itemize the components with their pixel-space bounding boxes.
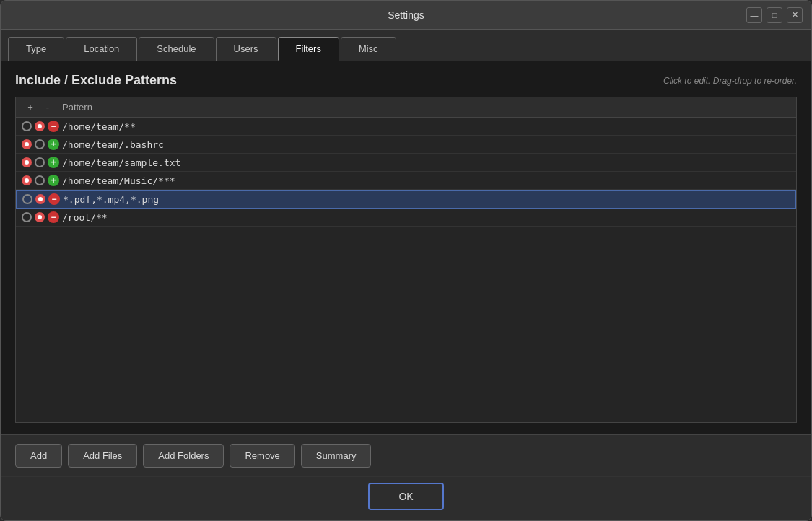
radio-include[interactable] bbox=[22, 139, 32, 149]
action-buttons: Add Add Files Add Folders Remove Summary bbox=[1, 434, 811, 476]
add-button[interactable]: Add bbox=[15, 444, 62, 468]
radio-exclude[interactable] bbox=[35, 175, 45, 185]
tab-location[interactable]: Location bbox=[66, 37, 137, 61]
pattern-text: /home/team/** bbox=[62, 121, 136, 132]
ok-bar: OK bbox=[1, 476, 811, 520]
radio-exclude[interactable] bbox=[35, 194, 45, 204]
pattern-row[interactable]: −/root/** bbox=[16, 209, 796, 227]
pattern-text: /home/team/sample.txt bbox=[62, 157, 180, 168]
pattern-text: /home/team/Music/*** bbox=[62, 175, 175, 186]
close-button[interactable]: ✕ bbox=[787, 7, 803, 23]
section-title: Include / Exclude Patterns bbox=[15, 73, 177, 88]
radio-include[interactable] bbox=[22, 157, 32, 167]
patterns-table[interactable]: + - Pattern −/home/team/**+/home/team/.b… bbox=[15, 97, 797, 423]
col-plus-header: + bbox=[22, 102, 39, 113]
radio-exclude[interactable] bbox=[35, 157, 45, 167]
minimize-button[interactable]: — bbox=[746, 7, 762, 23]
radio-include[interactable] bbox=[22, 212, 32, 222]
radio-include[interactable] bbox=[22, 194, 32, 204]
col-pattern-header: Pattern bbox=[56, 102, 790, 113]
radio-include[interactable] bbox=[22, 175, 32, 185]
pattern-row[interactable]: +/home/team/.bashrc bbox=[16, 136, 796, 154]
tab-filters[interactable]: Filters bbox=[278, 37, 339, 61]
tabs-bar: TypeLocationScheduleUsersFiltersMisc bbox=[1, 30, 811, 61]
section-header: Include / Exclude Patterns Click to edit… bbox=[15, 73, 797, 88]
exclude-icon: − bbox=[48, 211, 59, 223]
include-icon: + bbox=[48, 157, 59, 168]
titlebar: Settings — □ ✕ bbox=[1, 1, 811, 30]
include-icon: + bbox=[48, 139, 59, 150]
table-header: + - Pattern bbox=[16, 97, 796, 118]
window-controls: — □ ✕ bbox=[746, 7, 803, 23]
hint-text: Click to edit. Drag-drop to re-order. bbox=[663, 76, 797, 86]
exclude-icon: − bbox=[48, 121, 59, 132]
radio-exclude[interactable] bbox=[35, 212, 45, 222]
window-title: Settings bbox=[388, 9, 424, 21]
pattern-row[interactable]: −/home/team/** bbox=[16, 118, 796, 136]
pattern-row[interactable]: +/home/team/Music/*** bbox=[16, 172, 796, 190]
tab-misc[interactable]: Misc bbox=[341, 37, 396, 61]
pattern-text: /home/team/.bashrc bbox=[62, 139, 164, 150]
tab-users[interactable]: Users bbox=[216, 37, 276, 61]
tab-schedule[interactable]: Schedule bbox=[139, 37, 214, 61]
maximize-button[interactable]: □ bbox=[767, 7, 782, 23]
summary-button[interactable]: Summary bbox=[301, 444, 372, 468]
pattern-row[interactable]: +/home/team/sample.txt bbox=[16, 154, 796, 172]
include-icon: + bbox=[48, 175, 59, 186]
ok-button[interactable]: OK bbox=[368, 483, 443, 510]
remove-button[interactable]: Remove bbox=[230, 444, 294, 468]
main-content: Include / Exclude Patterns Click to edit… bbox=[1, 61, 811, 434]
settings-window: Settings — □ ✕ TypeLocationScheduleUsers… bbox=[0, 0, 812, 521]
exclude-icon: − bbox=[48, 193, 60, 205]
col-minus-header: - bbox=[39, 102, 56, 113]
add-files-button[interactable]: Add Files bbox=[68, 444, 137, 468]
tab-type[interactable]: Type bbox=[8, 37, 64, 61]
pattern-text: /root/** bbox=[62, 212, 108, 223]
radio-exclude[interactable] bbox=[35, 121, 45, 131]
pattern-row[interactable]: −*.pdf,*.mp4,*.png bbox=[16, 190, 796, 209]
add-folders-button[interactable]: Add Folders bbox=[143, 444, 224, 468]
radio-exclude[interactable] bbox=[35, 139, 45, 149]
pattern-text: *.pdf,*.mp4,*.png bbox=[63, 194, 159, 205]
radio-include[interactable] bbox=[22, 121, 32, 131]
